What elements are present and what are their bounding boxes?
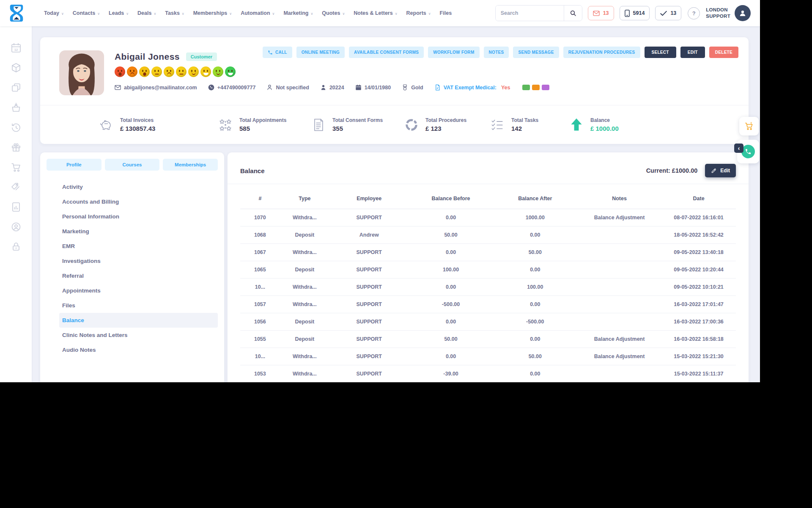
mood-emoji-icon[interactable]: [127, 66, 137, 77]
table-row[interactable]: 1056 Deposit SUPPORT 0.00 -500.00 16-03-…: [240, 313, 736, 331]
action-button[interactable]: NOTES: [484, 47, 509, 58]
mood-emoji-icon[interactable]: [151, 66, 162, 77]
profile-tab[interactable]: Profile: [47, 159, 102, 171]
table-row[interactable]: 1070 Withdra... SUPPORT 0.00 1000.00 Bal…: [240, 209, 736, 226]
phone-icon: [208, 84, 214, 91]
nav-menu-item[interactable]: Reports ∨: [406, 10, 431, 16]
nav-menu-item[interactable]: Today ∨: [44, 10, 64, 16]
cell-date: 09-05-2022 10:10:21: [661, 279, 736, 296]
nav-menu-item[interactable]: Leads ∨: [109, 10, 129, 16]
table-row[interactable]: 1057 Withdra... SUPPORT -500.00 0.00 16-…: [240, 296, 736, 313]
nav-menu-item[interactable]: Notes & Letters ∨: [354, 10, 397, 16]
profile-menu-item[interactable]: Activity: [59, 179, 218, 194]
profile-menu-item[interactable]: EMR: [59, 239, 218, 254]
table-row[interactable]: 1065 Deposit SUPPORT 100.00 0.00 09-05-2…: [240, 261, 736, 279]
select-button[interactable]: SELECT: [645, 47, 676, 58]
search-input[interactable]: [496, 6, 564, 21]
profile-tab[interactable]: Courses: [105, 159, 160, 171]
arrow-up-icon: [569, 117, 584, 133]
profile-menu-item[interactable]: Marketing: [59, 224, 218, 239]
calendar-icon: [355, 84, 362, 91]
profile-menu-item[interactable]: Investigations: [59, 254, 218, 268]
cart-icon[interactable]: [11, 162, 22, 173]
user-avatar[interactable]: [735, 5, 751, 21]
lock-icon[interactable]: [11, 241, 22, 252]
action-button[interactable]: REJUVENATION PROCEDURES: [563, 47, 640, 58]
history-icon[interactable]: [11, 122, 22, 133]
mood-emoji-icon[interactable]: [225, 66, 236, 77]
edit-balance-button[interactable]: Edit: [705, 164, 736, 177]
color-tag[interactable]: [522, 85, 530, 90]
cell-date: 16-03-2022 17:01:47: [661, 296, 736, 313]
table-row[interactable]: 1068 Deposit Andrew 50.00 0.00 18-05-202…: [240, 226, 736, 244]
delete-button[interactable]: DELETE: [709, 47, 738, 58]
call-button[interactable]: CALL: [263, 47, 292, 58]
mood-emoji-icon[interactable]: [188, 66, 199, 77]
nav-menu-item[interactable]: Automation ∨: [241, 10, 274, 16]
basket-icon[interactable]: [11, 102, 22, 113]
color-tag[interactable]: [532, 85, 540, 90]
app-logo-icon[interactable]: [8, 3, 25, 23]
cell-notes: Balance Adjustment: [577, 209, 661, 226]
profile-menu-item[interactable]: Audio Notes: [59, 342, 218, 357]
profile-menu-item[interactable]: Files: [59, 298, 218, 313]
table-row[interactable]: 1067 Withdra... SUPPORT 0.00 50.00 09-05…: [240, 244, 736, 261]
help-button[interactable]: ?: [688, 7, 700, 19]
nav-menu-item[interactable]: Quotes ∨: [322, 10, 345, 16]
nav-menu-item[interactable]: Deals ∨: [137, 10, 156, 16]
cell-balance-before: -500.00: [409, 296, 493, 313]
mood-emoji-icon[interactable]: [139, 66, 150, 77]
cell-date: 16-03-2022 17:00:36: [661, 313, 736, 331]
profile-menu-item[interactable]: Accounts and Billing: [59, 194, 218, 209]
cell-balance-after: 0.00: [493, 261, 577, 279]
color-tag[interactable]: [542, 85, 549, 90]
account-icon[interactable]: [11, 221, 22, 232]
cell-employee: SUPPORT: [329, 348, 409, 365]
cell-type: Withdra...: [280, 279, 329, 296]
sms-badge[interactable]: 5914: [620, 6, 650, 20]
mood-emoji-icon[interactable]: [176, 66, 187, 77]
report-icon[interactable]: [11, 202, 22, 213]
mood-emoji-icon[interactable]: [213, 66, 223, 77]
user-name[interactable]: LONDON SUPPORT: [706, 7, 730, 19]
table-row[interactable]: 1053 Withdra... SUPPORT -39.00 0.00 15-0…: [240, 365, 736, 383]
mood-emoji-icon[interactable]: [200, 66, 211, 77]
profile-menu-item[interactable]: Clinic Notes and Letters: [59, 328, 218, 342]
action-button[interactable]: ONLINE MEETING: [296, 47, 345, 58]
cell-date: 09-05-2022 10:20:44: [661, 261, 736, 279]
column-header: Balance Before: [409, 188, 493, 209]
profile-menu-item[interactable]: Appointments: [59, 283, 218, 298]
action-button[interactable]: SEND MESSAGE: [513, 47, 559, 58]
cell-employee: SUPPORT: [329, 244, 409, 261]
profile-menu-item[interactable]: Referral: [59, 268, 218, 283]
nav-menu-item[interactable]: Marketing ∨: [283, 10, 313, 16]
profile-menu-item[interactable]: Personal Information: [59, 209, 218, 224]
search-icon: [570, 10, 576, 17]
calendar-icon[interactable]: 12: [11, 42, 22, 53]
chevron-down-icon: ∨: [97, 12, 100, 16]
floating-cart-button[interactable]: [739, 117, 759, 135]
mood-emoji-icon[interactable]: [115, 66, 125, 77]
edit-customer-button[interactable]: EDIT: [680, 47, 705, 58]
search-button[interactable]: [564, 6, 582, 21]
table-row[interactable]: 10... Withdra... SUPPORT 0.00 100.00 09-…: [240, 279, 736, 296]
table-row[interactable]: 1055 Deposit SUPPORT 50.00 0.00 Balance …: [240, 331, 736, 348]
action-button[interactable]: AVAILABLE CONSENT FORMS: [349, 47, 424, 58]
inbox-badge[interactable]: 13: [588, 6, 614, 20]
nav-menu-item[interactable]: Tasks ∨: [165, 10, 184, 16]
gift-icon[interactable]: [11, 142, 22, 153]
tasks-badge[interactable]: 13: [655, 6, 681, 20]
tags-icon[interactable]: [11, 182, 22, 193]
profile-menu-item[interactable]: Balance: [59, 313, 218, 328]
nav-menu-item[interactable]: Contacts ∨: [73, 10, 100, 16]
table-row[interactable]: 10... Withdra... SUPPORT 0.00 50.00 Bala…: [240, 348, 736, 365]
profile-tab[interactable]: Memberships: [163, 159, 218, 171]
package-icon[interactable]: [11, 62, 22, 73]
nav-menu-item[interactable]: Memberships ∨: [193, 10, 232, 16]
nav-menu-item[interactable]: Files: [440, 10, 454, 16]
action-button[interactable]: WORKFLOW FORM: [428, 47, 479, 58]
collapse-drawer-button[interactable]: ‹: [734, 144, 743, 153]
cell-employee: SUPPORT: [329, 261, 409, 279]
copy-icon[interactable]: [11, 82, 22, 93]
mood-emoji-icon[interactable]: [164, 66, 174, 77]
